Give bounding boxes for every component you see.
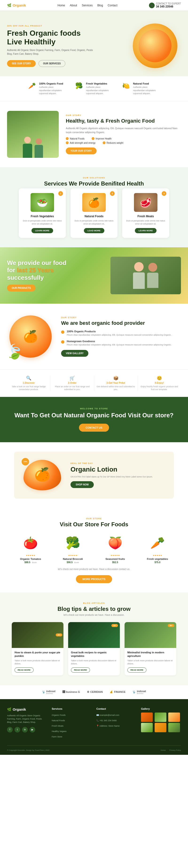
lotion-section: 15% 🍊 DEAL OF THE DAY Organic Lotion ON … bbox=[14, 452, 174, 499]
nat-emoji: 🍊 bbox=[82, 193, 106, 208]
step-desc-3: Get deliverd within time and submitted t… bbox=[97, 385, 135, 391]
service-btn-1[interactable]: LEARN MORE bbox=[31, 228, 53, 233]
footer-link-meats-a[interactable]: Fresh Meats bbox=[52, 725, 63, 727]
service-img-nat: 🍊 bbox=[82, 193, 106, 212]
lotion-title: Organic Lotion bbox=[70, 466, 167, 473]
blog-img-3: 08+ bbox=[125, 622, 176, 648]
service-desc-3: Duis ut perspiciatis unde omnis iste nat… bbox=[126, 219, 166, 226]
footer-bottom-home[interactable]: Home bbox=[161, 749, 166, 751]
step-4: 😊 4-Enjoy! Enjoy freshly fresh organic p… bbox=[138, 375, 181, 391]
footer-link-natural-a[interactable]: Natural Foods bbox=[52, 719, 65, 722]
feature-improve-health: ✓ Improve Health bbox=[92, 137, 112, 140]
business-icon: 🅱 bbox=[63, 690, 65, 693]
blog-label: BLOG ARTICLES bbox=[7, 602, 181, 604]
meal-emoji: 🥩 bbox=[134, 193, 157, 208]
footer-copyright: © Copyright Desnstin. Design by TnumThon… bbox=[7, 749, 50, 751]
person-1 bbox=[23, 137, 32, 158]
product-price-1: $88.5 $120 bbox=[12, 561, 49, 564]
services-label: OUR SOLUTIONS bbox=[7, 177, 181, 179]
footer-address-a[interactable]: 📍 Address: Store Name bbox=[96, 725, 120, 727]
lotion-btn[interactable]: SHOP NOW bbox=[70, 481, 94, 488]
footer-link-meats: Fresh Meats bbox=[52, 723, 92, 727]
store-section: OUR STORE Visit Our Store For Foods 🍅 ★★… bbox=[0, 508, 188, 592]
hero-description: Authentic All Organic Store Organic Farm… bbox=[7, 49, 96, 56]
blog-card-2: 12+ Great bulk recipes to organic vegeta… bbox=[68, 622, 120, 675]
step-num-2: 2-Order bbox=[53, 382, 91, 384]
lotion-discount-badge: 15% bbox=[22, 458, 29, 465]
ceridian-icon: ⚙ bbox=[87, 690, 89, 693]
footer-link-vegees: Healthy Vegees bbox=[52, 729, 92, 733]
hero-secondary-btn[interactable]: OUR SERVICES bbox=[38, 60, 65, 67]
service-btn-2[interactable]: LOAD MORE bbox=[84, 228, 104, 233]
orange-emoji: 🍊 bbox=[23, 330, 38, 343]
indosat-icon-1: 📡 bbox=[42, 690, 45, 693]
banner-person-2 bbox=[147, 263, 158, 288]
hero-primary-btn[interactable]: SEE OUR STORY bbox=[7, 60, 36, 67]
blog-card-title-3: Minimalist trending in modern agricultur… bbox=[127, 651, 174, 658]
twitter-icon[interactable]: t bbox=[14, 727, 20, 733]
product-stars-1: ★★★★★ bbox=[12, 554, 49, 557]
nav-link-home[interactable]: Home bbox=[58, 4, 65, 7]
footer-link-store-a[interactable]: Farm Store bbox=[52, 736, 62, 738]
nav-link-services[interactable]: Services bbox=[82, 4, 93, 7]
carrot-emoji: 🥕 bbox=[150, 536, 165, 550]
lotion-deal-label: DEAL OF THE DAY bbox=[70, 462, 167, 465]
feature-reduce: ✓ Reduces weight bbox=[103, 142, 123, 144]
about-label: OUR STORY bbox=[66, 114, 181, 117]
nav-link-blog[interactable]: Blog bbox=[97, 4, 103, 7]
footer-link-vegees-a[interactable]: Healthy Vegees bbox=[52, 730, 66, 733]
organic-gallery-btn[interactable]: VIEW GALLERY bbox=[61, 350, 88, 357]
footer: 🌿 Organik Authentic All Organic Store Or… bbox=[0, 699, 188, 755]
linkedin-icon[interactable]: in bbox=[22, 727, 28, 733]
store-title: Visit Our Store For Foods bbox=[7, 521, 181, 528]
service-btn-3[interactable]: LEARN MORE bbox=[135, 228, 157, 233]
footer-link-natural: Natural Foods bbox=[52, 718, 92, 722]
blog-card-title-1: How to steam & purée your sugar pie pumk… bbox=[14, 651, 61, 658]
product-price-4: $75.0 bbox=[139, 561, 176, 564]
store-more-btn[interactable]: MORE PRODUCTS bbox=[76, 575, 112, 583]
person-2 bbox=[35, 138, 43, 158]
blog-card-1: 25+ How to steam & purée your sugar pie … bbox=[12, 622, 63, 675]
blog-card-desc-3: Taken a look more products discussion la… bbox=[127, 659, 174, 665]
product-img-fruits: 🍑 bbox=[103, 534, 127, 552]
feature-nat-desc: Authentic place repudiandae voluptatem c… bbox=[133, 86, 160, 95]
service-img-meal: 🥩 bbox=[134, 193, 157, 212]
product-stars-3: ★★★★★ bbox=[96, 554, 134, 557]
blog-title: Blog tips & articles to grow bbox=[7, 606, 181, 612]
organic-dot-2 bbox=[61, 340, 64, 344]
organic-image: 🍃 🍊 bbox=[7, 313, 54, 360]
cta-btn[interactable]: CONTACT US bbox=[79, 424, 109, 432]
cta-section: WELCOME TO STORE Want To Get Out Natural… bbox=[0, 397, 188, 442]
blog-read-btn-2[interactable]: READ MORE bbox=[71, 668, 90, 673]
step-icon-4: 😊 bbox=[140, 375, 179, 381]
feature-natural-foods: ✓ Natural Foods bbox=[66, 137, 85, 140]
blog-card-body-2: Great bulk recipes to organic vegetables… bbox=[68, 648, 120, 675]
blog-read-btn-3[interactable]: READ MORE bbox=[127, 668, 147, 673]
product-card-1: 🍅 ★★★★★ Organic Tomatos $88.5 $120 bbox=[12, 534, 49, 564]
step-1: 🔍 1-Discover Take a look on our fruit ra… bbox=[7, 375, 51, 391]
organic-dot-1 bbox=[61, 331, 64, 334]
blog-read-btn-1[interactable]: READ MORE bbox=[14, 668, 34, 673]
youtube-icon[interactable]: ▶ bbox=[30, 727, 35, 733]
tomato-emoji: 🍅 bbox=[23, 536, 38, 550]
about-btn[interactable]: YOUR OUR STORY bbox=[66, 148, 97, 154]
footer-desc: Authentic All Organic Store Organic Farm… bbox=[7, 714, 47, 724]
footer-phone: 📞 +91 345 234 5466 bbox=[96, 718, 136, 722]
footer-phone-a[interactable]: 📞 +91 345 234 5466 bbox=[96, 719, 117, 722]
organic-section: 🍃 🍊 OUR STORY We are best organic food p… bbox=[0, 304, 188, 369]
step-num-1: 1-Discover bbox=[9, 382, 48, 384]
banner-btn[interactable]: OUR PRODUCTS bbox=[7, 285, 35, 291]
nav-link-contact[interactable]: Contact bbox=[107, 4, 117, 7]
service-desc-1: Duis ut perspiciatis unde omnis iste nat… bbox=[22, 219, 62, 226]
nav-link-about[interactable]: About bbox=[70, 4, 77, 7]
banner-years: last 25 Years bbox=[17, 267, 54, 274]
facebook-icon[interactable]: f bbox=[7, 727, 13, 733]
broccoli-emoji: 🥦 bbox=[66, 536, 80, 550]
banner-people bbox=[133, 262, 158, 289]
about-desc: Authentic All Organic dignissim adipisci… bbox=[66, 126, 181, 134]
footer-email-a[interactable]: 📧 example@email.com bbox=[96, 714, 119, 716]
footer-link-organic-a[interactable]: Organic Foods bbox=[52, 714, 66, 716]
footer-bottom-privacy[interactable]: Privacy Policy bbox=[169, 749, 181, 751]
footer-gallery bbox=[141, 713, 181, 732]
step-num-4: 4-Enjoy! bbox=[140, 382, 179, 384]
